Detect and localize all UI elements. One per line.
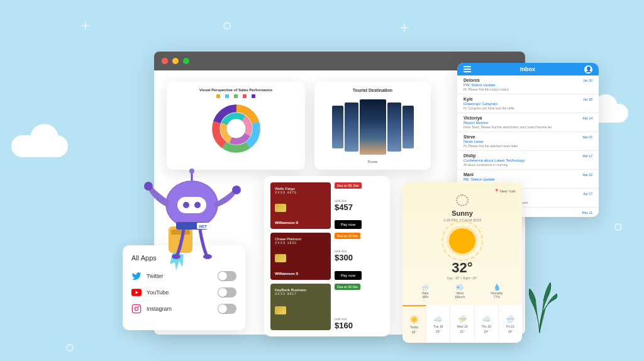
app-row: YouTube <box>131 284 236 301</box>
weather-stat: 💧Humidity77% <box>491 284 502 299</box>
msg-sender: Delores <box>464 78 480 82</box>
inbox-message[interactable]: SteveMar 07News LetterHi, Please find th… <box>457 132 599 151</box>
gallery-thumb[interactable] <box>332 106 343 148</box>
credit-card[interactable]: Wells FargoXXXX 4976Williamson S <box>270 182 331 229</box>
msg-preview: Hi, Please find the attached news letter <box>464 144 592 148</box>
pay-button[interactable]: Pay now <box>335 220 362 229</box>
msg-date: Mar 17 <box>582 154 592 158</box>
toggle-switch[interactable] <box>218 304 236 314</box>
svg-point-24 <box>172 254 180 259</box>
weather-location: 📍 New York <box>494 189 516 193</box>
forecast-temp: 19° <box>508 330 513 333</box>
chip-icon <box>275 306 286 314</box>
bills-card: Wells FargoXXXX 4976Williamson SDue on 0… <box>264 176 390 336</box>
weather-stat: 💨Wind18km/h <box>455 284 465 299</box>
msg-subject: FW: Status Update <box>464 83 592 87</box>
tourist-title: Tourist Destination <box>353 88 392 92</box>
menu-icon[interactable] <box>464 65 471 73</box>
msg-preview: Hi, Please find the today's status <box>464 87 592 91</box>
svg-point-28 <box>135 307 138 310</box>
msg-subject: Greetings! Congrats <box>464 102 592 106</box>
bill-row: KeyBank BusinessXXXX 8917Due on 20 Decto… <box>270 284 384 330</box>
stat-value: 77% <box>494 295 500 299</box>
forecast-day[interactable]: ☀️Today32° <box>402 305 426 343</box>
pay-button[interactable]: Pay now <box>335 271 362 280</box>
svg-point-19 <box>144 182 153 191</box>
maximize-dot[interactable] <box>183 58 189 64</box>
svg-point-15 <box>183 202 189 208</box>
toggle-switch[interactable] <box>218 271 236 281</box>
minimize-dot[interactable] <box>172 58 179 64</box>
weather-card: 📍 New York Sunny 1:25 PM, 17 April 2023 … <box>402 182 522 343</box>
bill-amount: $457 <box>335 203 384 212</box>
gallery-main[interactable] <box>360 99 386 155</box>
avatar[interactable]: 👤 <box>584 65 592 74</box>
forecast-icon: ☁️ <box>433 314 443 323</box>
svg-text:.NET: .NET <box>198 225 207 228</box>
msg-date: Jan 30 <box>583 79 592 82</box>
forecast-row: ☀️Today32°☁️Tue 1826°⛈️Wed 1921°☁️Thu 20… <box>402 305 522 343</box>
close-dot[interactable] <box>162 58 168 64</box>
weather-temp: 32° <box>452 260 472 276</box>
chip-icon <box>275 204 286 212</box>
toggle-switch[interactable] <box>218 287 236 297</box>
legend-swatch <box>252 94 255 98</box>
forecast-label: Wed 19 <box>457 325 467 328</box>
due-tag: Due on 08, Dec <box>335 182 362 189</box>
forecast-icon: ☁️ <box>482 314 491 323</box>
card-holder: Williamson S <box>275 272 326 275</box>
stat-value: 18km/h <box>455 295 465 299</box>
gallery-thumb[interactable] <box>345 103 358 152</box>
card-number: XXXX 8917 <box>275 292 326 296</box>
forecast-label: Fri 21 <box>506 325 514 328</box>
inbox-title: Inbox <box>520 66 535 72</box>
legend-swatch <box>216 94 220 98</box>
plant-deco <box>522 276 560 333</box>
svg-point-18 <box>189 169 194 174</box>
msg-sender: Steve <box>464 135 475 139</box>
circle-deco <box>66 344 74 352</box>
bill-row: Wells FargoXXXX 4976Williamson SDue on 0… <box>270 182 384 229</box>
msg-date: Mar 22 <box>582 173 592 177</box>
credit-card[interactable]: Chase PlatinumXXXX 1830Williamson S <box>270 233 331 279</box>
inbox-message[interactable]: KyleJan 28Greetings! CongratsHi, Congrat… <box>457 94 599 113</box>
forecast-label: Thu 20 <box>481 325 491 328</box>
plus-deco <box>401 24 408 31</box>
stat-icon: 💨 <box>456 284 464 291</box>
legend-swatch <box>225 94 229 98</box>
forecast-label: Today <box>410 325 418 329</box>
twitter-icon <box>131 271 142 281</box>
app-name: Instagram <box>147 306 172 312</box>
msg-date: Jan 28 <box>583 97 592 101</box>
msg-date: Feb 14 <box>582 116 592 120</box>
inbox-message[interactable]: VictoriyaFeb 14Report MonitorHello Team,… <box>457 113 599 132</box>
chart-title: Visual Perspective of Sales Performance <box>199 88 272 92</box>
svg-point-16 <box>194 202 201 208</box>
msg-sender: Dhilip <box>464 153 475 158</box>
msg-preview: All about conference in morning <box>464 163 592 167</box>
inbox-message[interactable]: DeloresJan 30FW: Status UpdateHi, Please… <box>457 75 599 94</box>
bill-row: Chase PlatinumXXXX 1830Williamson SDue o… <box>270 233 384 279</box>
instagram-icon <box>131 304 142 314</box>
svg-point-29 <box>138 306 140 307</box>
forecast-day[interactable]: 🌧️Fri 2119° <box>499 305 522 343</box>
forecast-temp: 24° <box>484 330 489 333</box>
youtube-icon <box>131 287 142 297</box>
forecast-icon: 🌧️ <box>506 314 515 323</box>
forecast-temp: 21° <box>460 330 465 333</box>
svg-point-20 <box>232 186 241 194</box>
gallery-thumb[interactable] <box>402 106 414 148</box>
circle-deco <box>614 223 622 231</box>
msg-preview: Hello Team, Please find the attachment, … <box>464 125 592 129</box>
gallery-thumb[interactable] <box>387 103 401 152</box>
dial-icon <box>456 194 469 206</box>
forecast-day[interactable]: ☁️Thu 2024° <box>475 305 499 343</box>
forecast-day[interactable]: ⛈️Wed 1921° <box>450 305 474 343</box>
image-gallery[interactable] <box>332 96 414 157</box>
forecast-day[interactable]: ☁️Tue 1826° <box>426 305 450 343</box>
msg-subject: RE: Status Update <box>464 177 592 181</box>
forecast-label: Tue 18 <box>433 325 443 328</box>
credit-card[interactable]: KeyBank BusinessXXXX 8917 <box>270 284 331 330</box>
inbox-message[interactable]: DhilipMar 17Conference about Latest Tech… <box>457 151 599 170</box>
card-number: XXXX 1830 <box>275 241 326 245</box>
